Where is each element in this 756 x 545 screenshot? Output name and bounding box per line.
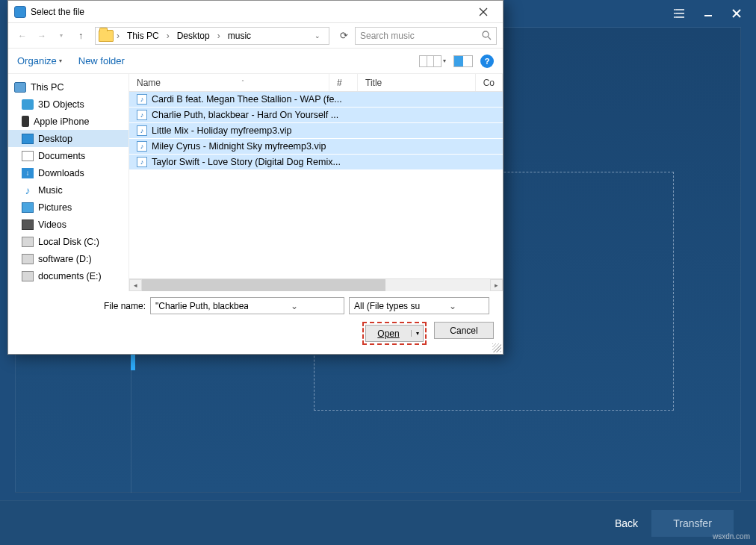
- dialog-titlebar: Select the file: [8, 1, 503, 23]
- cancel-button[interactable]: Cancel: [434, 322, 494, 339]
- dialog-nav: ← → ▾ ↑ › This PC › Desktop › music ⌄ ⟳ …: [8, 23, 503, 49]
- tree-3d-objects[interactable]: 3D Objects: [8, 96, 128, 113]
- scrollbar-thumb[interactable]: [142, 279, 385, 291]
- chevron-down-icon[interactable]: ⌄: [248, 301, 341, 311]
- filetype-select[interactable]: All (File types supported by the ⌄: [349, 297, 489, 314]
- download-icon: [22, 168, 34, 178]
- chevron-down-icon[interactable]: ▾: [443, 57, 446, 64]
- minimize-icon[interactable]: [701, 6, 716, 21]
- breadcrumb-desktop[interactable]: Desktop: [173, 28, 214, 44]
- disk-icon: [22, 254, 34, 264]
- tree-videos[interactable]: Videos: [8, 216, 128, 233]
- scroll-left-icon[interactable]: ◂: [129, 279, 142, 291]
- file-list: Name˄ # Title Co ♪Cardi B feat. Megan Th…: [129, 74, 503, 291]
- watermark: wsxdn.com: [713, 532, 750, 541]
- dialog-close-button[interactable]: [470, 4, 497, 20]
- folder-icon: [99, 30, 114, 42]
- sort-asc-icon: ˄: [241, 79, 244, 86]
- breadcrumb-music[interactable]: music: [223, 28, 255, 44]
- nav-back-icon[interactable]: ←: [14, 28, 31, 44]
- disk-icon: [22, 237, 34, 247]
- svg-line-12: [488, 37, 491, 40]
- nav-forward-icon[interactable]: →: [34, 28, 50, 44]
- document-icon: [22, 151, 34, 161]
- chevron-right-icon[interactable]: ›: [216, 31, 222, 41]
- file-row[interactable]: ♪Cardi B feat. Megan Thee Stallion - WAP…: [129, 92, 503, 108]
- chevron-down-icon[interactable]: ▾: [411, 330, 423, 337]
- dialog-toolbar: Organize ▾ New folder ▾ ?: [8, 49, 503, 74]
- phone-icon: [22, 116, 29, 127]
- nav-tree: This PC 3D Objects Apple iPhone Desktop …: [8, 74, 129, 291]
- refresh-icon[interactable]: ⟳: [335, 28, 352, 44]
- dialog-title: Select the file: [31, 7, 84, 17]
- dialog-bottom: File name: "Charlie Puth, blackbear - Ha…: [8, 291, 503, 354]
- view-mode-button[interactable]: [419, 55, 441, 67]
- desktop-icon: [22, 134, 34, 144]
- file-row[interactable]: ♪Charlie Puth, blackbear - Hard On Yours…: [129, 108, 503, 123]
- audio-file-icon: ♪: [137, 110, 147, 120]
- preview-pane-toggle[interactable]: [453, 55, 473, 67]
- audio-file-icon: ♪: [137, 157, 147, 167]
- scroll-right-icon[interactable]: ▸: [490, 279, 503, 291]
- music-icon: ♪: [22, 185, 34, 196]
- svg-point-5: [674, 16, 675, 18]
- column-number[interactable]: #: [329, 74, 358, 91]
- disk-icon: [22, 271, 34, 281]
- tree-documents[interactable]: Documents: [8, 147, 128, 164]
- tree-desktop[interactable]: Desktop: [8, 130, 128, 147]
- videos-icon: [22, 219, 34, 230]
- nav-up-icon[interactable]: ↑: [72, 28, 89, 44]
- tree-apple-iphone[interactable]: Apple iPhone: [8, 113, 128, 130]
- app-footer: Back Transfer: [0, 500, 756, 545]
- nav-recent-icon[interactable]: ▾: [53, 28, 69, 44]
- audio-file-icon: ♪: [137, 94, 147, 105]
- chevron-down-icon[interactable]: ⌄: [309, 28, 326, 44]
- file-row[interactable]: ♪Taylor Swift - Love Story (Digital Dog …: [129, 155, 503, 170]
- open-button-highlight: Open ▾: [362, 322, 427, 345]
- column-headers: Name˄ # Title Co: [129, 74, 503, 92]
- file-row[interactable]: ♪Little Mix - Holiday myfreemp3.vip: [129, 123, 503, 139]
- tree-this-pc[interactable]: This PC: [8, 78, 128, 96]
- tree-pictures[interactable]: Pictures: [8, 199, 128, 216]
- list-icon[interactable]: [672, 6, 687, 21]
- filename-label: File name:: [16, 301, 146, 311]
- back-button[interactable]: Back: [615, 517, 638, 529]
- close-icon[interactable]: [729, 6, 744, 21]
- tree-music[interactable]: ♪Music: [8, 181, 128, 199]
- app-icon: [14, 6, 26, 18]
- breadcrumb-this-pc[interactable]: This PC: [123, 28, 164, 44]
- horizontal-scrollbar[interactable]: ◂ ▸: [129, 278, 503, 291]
- svg-point-11: [483, 31, 489, 37]
- chevron-down-icon[interactable]: ⌄: [420, 301, 486, 311]
- search-icon: [482, 31, 492, 40]
- cube-icon: [22, 99, 34, 110]
- search-placeholder: Search music: [360, 31, 482, 41]
- new-folder-button[interactable]: New folder: [78, 55, 125, 66]
- column-title[interactable]: Title: [358, 74, 476, 91]
- pictures-icon: [22, 202, 34, 213]
- tree-local-disk-c[interactable]: Local Disk (C:): [8, 233, 128, 250]
- pc-icon: [14, 82, 26, 93]
- file-row[interactable]: ♪Miley Cyrus - Midnight Sky myfreemp3.vi…: [129, 139, 503, 155]
- column-name[interactable]: Name˄: [129, 74, 329, 91]
- audio-file-icon: ♪: [137, 141, 147, 152]
- help-icon[interactable]: ?: [480, 54, 494, 68]
- address-bar[interactable]: › This PC › Desktop › music ⌄: [95, 27, 329, 45]
- chevron-down-icon: ▾: [59, 57, 62, 64]
- tree-documents-e[interactable]: documents (E:): [8, 267, 128, 284]
- chevron-right-icon[interactable]: ›: [115, 31, 121, 41]
- tree-software-d[interactable]: software (D:): [8, 250, 128, 267]
- audio-file-icon: ♪: [137, 125, 147, 136]
- chevron-right-icon[interactable]: ›: [165, 31, 171, 41]
- filename-input[interactable]: "Charlie Puth, blackbear - Hard On Yours…: [150, 297, 344, 314]
- file-dialog: Select the file ← → ▾ ↑ › This PC › Desk…: [7, 0, 504, 355]
- column-co[interactable]: Co: [476, 74, 503, 91]
- svg-point-4: [674, 13, 675, 14]
- resize-grip[interactable]: [492, 343, 501, 352]
- open-button[interactable]: Open ▾: [365, 325, 424, 342]
- search-input[interactable]: Search music: [355, 27, 497, 45]
- tree-downloads[interactable]: Downloads: [8, 164, 128, 181]
- svg-point-3: [674, 9, 675, 10]
- organize-menu[interactable]: Organize ▾: [17, 55, 62, 66]
